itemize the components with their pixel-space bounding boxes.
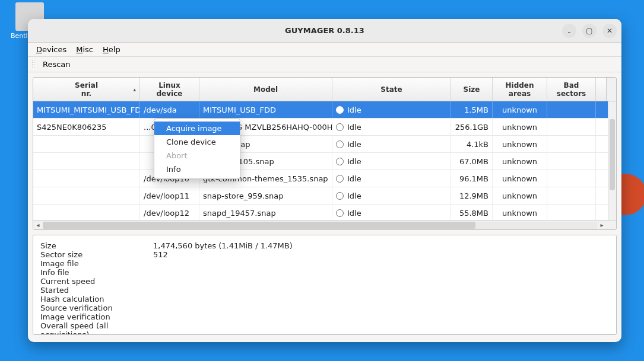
cell-state: Idle (332, 187, 451, 204)
content-area: Serial nr. Linux device Model State Size… (28, 72, 621, 342)
state-indicator-icon (336, 158, 344, 165)
col-header-linux[interactable]: Linux device (140, 78, 199, 101)
table-row[interactable]: /dev/loop11snap-store_959.snapIdle12.9MB… (33, 187, 616, 205)
cell-hidden: unknown (493, 119, 547, 135)
cell-bad (547, 187, 596, 204)
cell-state-text: Idle (347, 191, 361, 200)
state-indicator-icon (336, 106, 344, 114)
maximize-icon: ▢ (586, 27, 592, 35)
menu-help[interactable]: Help (99, 44, 124, 55)
cell-serial (33, 187, 140, 204)
info-label-imagefile: Image file (40, 259, 153, 268)
vscroll-header-spacer (607, 78, 616, 101)
menu-misc[interactable]: Misc (72, 44, 97, 55)
cell-model: snapd_19457.snap (199, 205, 332, 220)
info-label-hash: Hash calculation (40, 295, 153, 304)
hscroll-right-icon[interactable]: ▸ (597, 221, 607, 230)
menu-devices[interactable]: Devices (33, 44, 70, 55)
cell-bad (547, 205, 596, 220)
cell-model: MITSUMI_USB_FDD (199, 101, 332, 118)
col-header-spacer (596, 78, 607, 101)
info-label-imgver: Image verification (40, 312, 153, 321)
rescan-button[interactable]: Rescan (39, 58, 75, 71)
col-header-model[interactable]: Model (199, 78, 332, 101)
cell-serial (33, 153, 140, 170)
cell-state-text: Idle (347, 174, 361, 183)
cell-hidden: unknown (493, 170, 547, 187)
cell-hidden: unknown (493, 205, 547, 220)
maximize-button[interactable]: ▢ (582, 24, 597, 38)
minimize-button[interactable]: ﹘ (562, 24, 576, 38)
cell-state: Idle (332, 101, 451, 118)
cell-hidden: unknown (493, 153, 547, 170)
titlebar[interactable]: GUYMAGER 0.8.13 ﹘ ▢ ✕ (28, 19, 621, 43)
table-row[interactable]: MITSUMI_MITSUMI_USB_FDD/dev/sdaMITSUMI_U… (33, 101, 616, 119)
info-label-speed: Current speed (40, 277, 153, 286)
cell-serial: S425NE0K806235 (33, 119, 140, 135)
cell-size: 256.1GB (451, 119, 493, 135)
info-label-size: Size (40, 241, 153, 250)
hscroll-track[interactable] (43, 222, 597, 229)
cell-bad (547, 136, 596, 152)
cell-state: Idle (332, 119, 451, 135)
col-header-state[interactable]: State (332, 78, 451, 101)
table-row[interactable]: S425NE0K806235...0n1SAMSUNG MZVLB256HAHQ… (33, 119, 616, 136)
device-table: Serial nr. Linux device Model State Size… (33, 77, 617, 230)
cell-size: 4.1kB (451, 136, 493, 152)
toolbar-grip[interactable] (31, 60, 35, 69)
cell-state: Idle (332, 170, 451, 187)
cell-size: 12.9MB (451, 187, 493, 204)
col-header-hidden[interactable]: Hidden areas (493, 78, 547, 101)
context-menu: Acquire image Clone device Abort Info (154, 119, 240, 179)
cell-hidden: unknown (493, 187, 547, 204)
vertical-scrollbar-thumb[interactable] (610, 119, 615, 190)
close-icon: ✕ (607, 27, 613, 35)
table-row[interactable]: core20_2105.snapIdle67.0MBunknown (33, 153, 616, 170)
cell-bad (547, 101, 596, 118)
cell-state-text: Idle (347, 123, 361, 132)
application-window: GUYMAGER 0.8.13 ﹘ ▢ ✕ Devices Misc Help … (28, 19, 621, 342)
cell-bad (547, 119, 596, 135)
cell-size: 1.5MB (451, 101, 493, 118)
info-value-size: 1,474,560 bytes (1.41MiB / 1.47MB) (153, 241, 293, 250)
cell-state: Idle (332, 153, 451, 170)
hscroll-thumb[interactable] (43, 222, 475, 229)
state-indicator-icon (336, 175, 344, 183)
cell-state: Idle (332, 205, 451, 220)
cell-serial (33, 136, 140, 152)
cell-state-text: Idle (347, 157, 361, 166)
cell-size: 96.1MB (451, 170, 493, 187)
info-label-infofile: Info file (40, 268, 153, 277)
info-label-overall: Overall speed (all acquisitions) (40, 321, 153, 335)
state-indicator-icon (336, 192, 344, 200)
cell-serial (33, 170, 140, 187)
toolbar: Rescan (28, 57, 621, 72)
minimize-icon: ﹘ (566, 27, 573, 35)
ctx-clone-device[interactable]: Clone device (154, 135, 240, 149)
state-indicator-icon (336, 123, 344, 131)
cell-state-text: Idle (347, 209, 361, 218)
col-header-bad[interactable]: Bad sectors (547, 78, 596, 101)
ctx-info[interactable]: Info (154, 162, 240, 176)
horizontal-scrollbar[interactable]: ◂ ▸ (33, 220, 616, 229)
info-panel: Size1,474,560 bytes (1.41MiB / 1.47MB) S… (33, 235, 617, 335)
table-row[interactable]: /dev/loop12snapd_19457.snapIdle55.8MBunk… (33, 205, 616, 220)
cell-state: Idle (332, 136, 451, 152)
close-button[interactable]: ✕ (602, 24, 617, 38)
vertical-scrollbar[interactable] (608, 101, 616, 220)
window-controls: ﹘ ▢ ✕ (562, 24, 617, 38)
ctx-acquire-image[interactable]: Acquire image (154, 122, 240, 135)
col-header-size[interactable]: Size (451, 78, 493, 101)
cell-bad (547, 170, 596, 187)
cell-state-text: Idle (347, 140, 361, 149)
info-label-started: Started (40, 286, 153, 295)
hscroll-left-icon[interactable]: ◂ (33, 221, 43, 230)
cell-linux: /dev/loop12 (140, 205, 199, 220)
col-header-serial[interactable]: Serial nr. (33, 78, 140, 101)
table-row[interactable]: bare_5.snapIdle4.1kBunknown (33, 136, 616, 153)
cell-serial (33, 205, 140, 220)
table-row[interactable]: /dev/loop10gtk-common-themes_1535.snapId… (33, 170, 616, 187)
scrollbar-corner (607, 221, 616, 230)
state-indicator-icon (336, 209, 344, 217)
info-value-sector: 512 (153, 250, 168, 259)
